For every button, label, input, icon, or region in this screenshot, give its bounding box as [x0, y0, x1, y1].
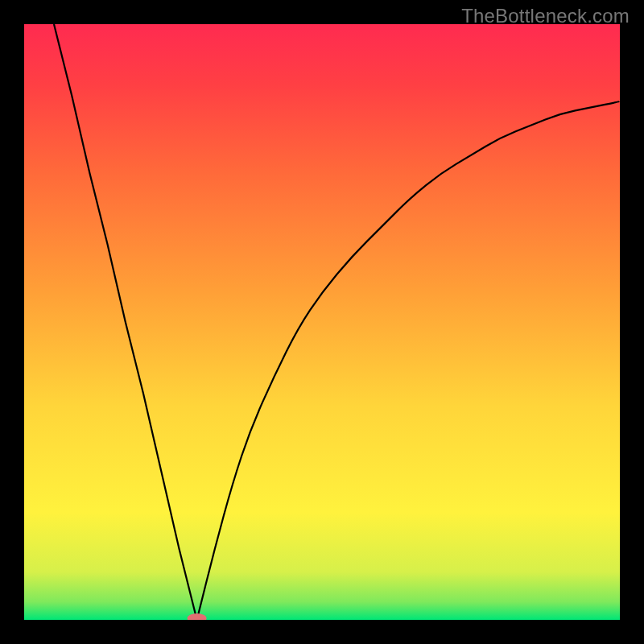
plot-area [24, 24, 620, 620]
chart-frame: TheBottleneck.com [0, 0, 644, 644]
gradient-background [24, 24, 620, 620]
chart-svg [24, 24, 620, 620]
